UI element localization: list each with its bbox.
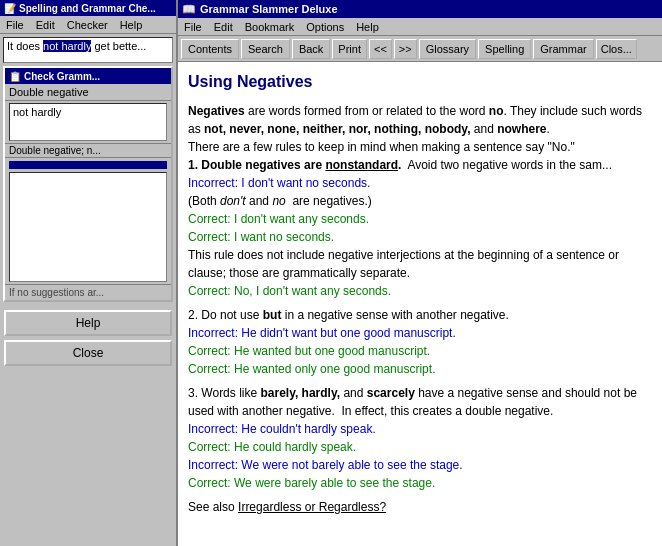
- see-also: See also Irregardless or Regardless?: [188, 498, 652, 516]
- spell-icon: 📝: [4, 3, 16, 14]
- prev-nav-button[interactable]: <<: [369, 39, 392, 59]
- rule-label-1: Double negative: [5, 84, 171, 101]
- grammar-button[interactable]: Grammar: [533, 39, 593, 59]
- check-grammar-titlebar: 📋 Check Gramm...: [5, 68, 171, 84]
- content-rule1-intro: There are a few rules to keep in mind wh…: [188, 138, 652, 156]
- rule1-correct2: Correct: I want no seconds.: [188, 228, 652, 246]
- menu-help[interactable]: Help: [350, 20, 385, 34]
- spell-menu-checker[interactable]: Checker: [61, 18, 114, 32]
- close-button[interactable]: Close: [4, 340, 172, 366]
- spell-menu-edit[interactable]: Edit: [30, 18, 61, 32]
- sentence-text-after: get bette...: [91, 40, 146, 52]
- search-button[interactable]: Search: [241, 39, 290, 59]
- blue-bar: [9, 161, 167, 169]
- spell-menu-bar: File Edit Checker Help: [0, 16, 176, 34]
- check-grammar-title: Check Gramm...: [24, 71, 100, 82]
- contents-button[interactable]: Contents: [181, 39, 239, 59]
- rule1-extra: This rule does not include negative inte…: [188, 246, 652, 282]
- sentence-highlight: not hardly: [43, 40, 91, 52]
- help-button[interactable]: Help: [4, 310, 172, 336]
- rule3-incorrect1: Incorrect: He couldn't hardly speak.: [188, 420, 652, 438]
- toolbar: Contents Search Back Print << >> Glossar…: [178, 36, 662, 62]
- sentence-text-before: It does: [7, 40, 43, 52]
- rule3-correct2: Correct: We were barely able to see the …: [188, 474, 652, 492]
- sentence-display: It does not hardly get bette...: [3, 37, 173, 63]
- rule3-correct1: Correct: He could hardly speak.: [188, 438, 652, 456]
- print-button[interactable]: Print: [332, 39, 367, 59]
- content-title: Using Negatives: [188, 70, 652, 94]
- back-button[interactable]: Back: [292, 39, 330, 59]
- grammar-title-bar: 📖 Grammar Slammer Deluxe: [178, 0, 662, 18]
- grammar-menu-bar: File Edit Bookmark Options Help: [178, 18, 662, 36]
- rule2-correct2: Correct: He wanted only one good manuscr…: [188, 360, 652, 378]
- rule1-correct1: Correct: I don't want any seconds.: [188, 210, 652, 228]
- rule3-incorrect2: Incorrect: We were not barely able to se…: [188, 456, 652, 474]
- check-grammar-window: 📋 Check Gramm... Double negative not har…: [3, 66, 173, 302]
- spell-menu-help[interactable]: Help: [114, 18, 149, 32]
- menu-bookmark[interactable]: Bookmark: [239, 20, 301, 34]
- spelling-button[interactable]: Spelling: [478, 39, 531, 59]
- spell-checker-titlebar: 📝 Spelling and Grammar Che...: [0, 0, 176, 16]
- suggestions-area: [9, 172, 167, 282]
- see-also-link[interactable]: Irregardless or Regardless?: [238, 500, 386, 514]
- rule1-correct3: Correct: No, I don't want any seconds.: [188, 282, 652, 300]
- no-suggestions-text: If no suggestions ar...: [5, 284, 171, 300]
- grammar-input-area[interactable]: not hardly: [9, 103, 167, 141]
- rule-label-2: Double negative; n...: [5, 143, 171, 158]
- content-area: Using Negatives Negatives are words form…: [178, 62, 662, 546]
- close-toolbar-button[interactable]: Clos...: [596, 39, 637, 59]
- bottom-buttons: Help Close: [0, 306, 176, 370]
- rule1-section: 1. Double negatives are nonstandard. Avo…: [188, 156, 652, 300]
- rule2-section: 2. Do not use but in a negative sense wi…: [188, 306, 652, 378]
- grammar-slammer-panel: 📖 Grammar Slammer Deluxe File Edit Bookm…: [178, 0, 662, 546]
- menu-edit[interactable]: Edit: [208, 20, 239, 34]
- glossary-button[interactable]: Glossary: [419, 39, 476, 59]
- grammar-app-icon: 📖: [182, 3, 196, 16]
- spell-checker-title: Spelling and Grammar Che...: [19, 3, 156, 14]
- rule2-incorrect1: Incorrect: He didn't want but one good m…: [188, 324, 652, 342]
- rule1-incorrect1: Incorrect: I don't want no seconds.: [188, 174, 652, 192]
- grammar-icon: 📋: [9, 71, 21, 82]
- menu-file[interactable]: File: [178, 20, 208, 34]
- rule2-correct1: Correct: He wanted but one good manuscri…: [188, 342, 652, 360]
- menu-options[interactable]: Options: [300, 20, 350, 34]
- content-intro: Negatives are words formed from or relat…: [188, 102, 652, 138]
- spell-menu-file[interactable]: File: [0, 18, 30, 32]
- next-nav-button[interactable]: >>: [394, 39, 417, 59]
- grammar-app-title: Grammar Slammer Deluxe: [200, 3, 338, 15]
- rule1-note: (Both don't and no are negatives.): [188, 192, 652, 210]
- rule3-section: 3. Words like barely, hardly, and scarce…: [188, 384, 652, 492]
